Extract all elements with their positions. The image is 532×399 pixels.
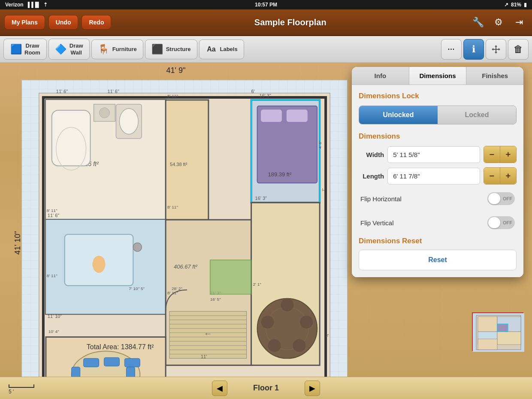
tab-finishes[interactable]: Finishes: [466, 67, 523, 85]
wifi-icon: ⇡: [43, 2, 48, 8]
svg-text:28' 2": 28' 2": [172, 286, 182, 291]
tab-dimensions[interactable]: Dimensions: [409, 67, 467, 85]
svg-point-52: [300, 316, 313, 329]
svg-text:11' 10": 11' 10": [48, 314, 62, 319]
battery-icon: ▮: [524, 2, 527, 8]
location-icon: ↗: [504, 2, 508, 8]
length-input[interactable]: [387, 168, 480, 184]
svg-point-54: [268, 339, 281, 352]
svg-rect-61: [124, 358, 140, 367]
flip-horizontal-knob: [488, 193, 500, 204]
svg-rect-92: [497, 332, 521, 345]
svg-text:11' 6": 11' 6": [48, 213, 59, 218]
flip-vertical-toggle[interactable]: OFF: [487, 216, 515, 229]
svg-point-10: [119, 109, 138, 134]
minimap[interactable]: [472, 312, 523, 351]
reset-button[interactable]: Reset: [359, 250, 517, 270]
wrench-icon-button[interactable]: 🔧: [469, 14, 487, 31]
move-button[interactable]: [486, 39, 506, 60]
tab-info[interactable]: Info: [352, 67, 409, 85]
draw-room-button[interactable]: 🟦 DrawRoom: [3, 39, 47, 60]
floorplan-title: Sample Floorplan: [115, 18, 466, 27]
top-toolbar: My Plans Undo Redo Sample Floorplan 🔧 ⚙ …: [0, 9, 532, 36]
draw-wall-button[interactable]: 🔷 DrawWall: [48, 39, 90, 60]
floorplan-svg: 103.15 ft² 11' 6" 11' 6" 54.38 ft² 8' 11…: [22, 80, 347, 377]
svg-rect-85: [210, 260, 251, 294]
scale-text: 5 ': [9, 389, 14, 395]
unlocked-button[interactable]: Unlocked: [359, 106, 438, 124]
width-increase-button[interactable]: +: [500, 146, 516, 163]
minimap-svg: [473, 313, 524, 352]
draw-room-icon: 🟦: [10, 43, 22, 55]
svg-text:8' 11": 8' 11": [47, 273, 57, 278]
length-stepper: − +: [484, 167, 517, 184]
scale-bar: [9, 384, 34, 388]
undo-button[interactable]: Undo: [48, 15, 79, 30]
more-button[interactable]: ···: [441, 39, 462, 60]
svg-point-51: [281, 299, 293, 311]
redo-button[interactable]: Redo: [82, 15, 111, 30]
svg-point-12: [100, 108, 110, 118]
svg-text:11' 6": 11' 6": [56, 89, 68, 94]
svg-rect-89: [478, 317, 497, 332]
flip-vertical-label: Flip Vertical: [360, 219, 394, 227]
width-label: Width: [359, 151, 384, 158]
labels-icon: Aa: [206, 43, 218, 55]
status-right: ↗ 81% ▮: [504, 2, 527, 8]
svg-text:2' 1": 2' 1": [253, 282, 262, 287]
status-left: Verizon ▐▐▐▌ ⇡: [5, 2, 48, 8]
flip-vertical-row: Flip Vertical OFF: [359, 213, 517, 233]
length-decrease-button[interactable]: −: [484, 168, 500, 184]
draw-wall-icon: 🔷: [55, 43, 67, 55]
lock-section-title: Dimensions Lock: [359, 92, 517, 100]
svg-point-31: [93, 256, 106, 273]
svg-point-30: [133, 243, 142, 251]
locked-button[interactable]: Locked: [438, 106, 516, 124]
carrier-text: Verizon: [5, 2, 24, 8]
prev-floor-button[interactable]: ◀: [212, 381, 227, 396]
length-row: Length − +: [359, 167, 517, 184]
main-area: 41' 9" 41' 10" 103.15 ft²: [0, 63, 532, 377]
info-button[interactable]: ℹ: [463, 39, 484, 60]
floor-label: Floor 1: [245, 384, 287, 393]
furniture-button[interactable]: 🪑 Furniture: [91, 39, 143, 59]
settings-icon-button[interactable]: ⚙: [490, 14, 507, 31]
width-decrease-button[interactable]: −: [484, 146, 500, 163]
svg-text:54.38 ft²: 54.38 ft²: [170, 162, 187, 167]
reset-section-title: Dimensions Reset: [359, 237, 517, 245]
trash-button[interactable]: 🗑: [508, 39, 529, 60]
flip-horizontal-toggle[interactable]: OFF: [487, 192, 515, 205]
svg-point-55: [261, 316, 274, 329]
width-row: Width − +: [359, 146, 517, 163]
structure-button[interactable]: ⬛ Structure: [145, 39, 197, 59]
left-dimension-label: 41' 10": [13, 231, 22, 255]
svg-rect-93: [478, 339, 497, 350]
svg-text:←: ←: [204, 329, 212, 338]
svg-text:189.39 ft²: 189.39 ft²: [268, 171, 291, 178]
svg-rect-62: [126, 367, 135, 377]
svg-text:16' 3": 16' 3": [260, 93, 271, 98]
floorplan-canvas[interactable]: 103.15 ft² 11' 6" 11' 6" 54.38 ft² 8' 11…: [21, 80, 348, 377]
svg-text:16' 3": 16' 3": [255, 196, 267, 201]
svg-text:7' 10" 5": 7' 10" 5": [129, 286, 145, 291]
flip-horizontal-label: Flip Horizontal: [360, 195, 402, 203]
my-plans-button[interactable]: My Plans: [4, 15, 45, 30]
length-increase-button[interactable]: +: [500, 168, 516, 184]
next-floor-button[interactable]: ▶: [305, 381, 320, 396]
scale-indicator: 5 ': [9, 384, 34, 395]
minimap-inner: [473, 313, 523, 350]
flip-vertical-knob: [488, 217, 500, 228]
svg-text:16' 5": 16' 5": [210, 297, 221, 302]
export-icon-button[interactable]: ⇥: [511, 14, 528, 31]
secondary-toolbar: 🟦 DrawRoom 🔷 DrawWall 🪑 Furniture ⬛ Stru…: [0, 36, 532, 63]
width-input[interactable]: [387, 146, 480, 163]
labels-button[interactable]: Aa Labels: [199, 39, 244, 59]
structure-label: Structure: [166, 46, 191, 52]
move-icon: [491, 44, 501, 54]
furniture-label: Furniture: [112, 46, 137, 52]
svg-rect-94: [497, 324, 508, 332]
svg-rect-58: [72, 367, 80, 377]
status-bar: Verizon ▐▐▐▌ ⇡ 10:57 PM ↗ 81% ▮: [0, 0, 532, 9]
flip-horizontal-state: OFF: [503, 196, 512, 201]
bottom-bar: 5 ' ◀ Floor 1 ▶: [0, 377, 532, 399]
